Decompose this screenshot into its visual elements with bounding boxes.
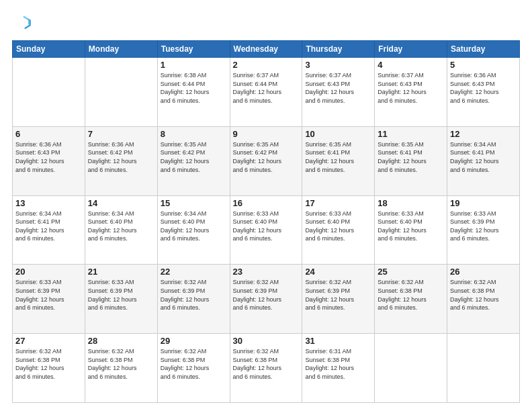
weekday-header-sunday: Sunday xyxy=(13,41,85,58)
day-info: Sunrise: 6:32 AM Sunset: 6:38 PM Dayligh… xyxy=(450,278,517,312)
day-number: 23 xyxy=(233,267,300,277)
calendar-week-2: 6Sunrise: 6:36 AM Sunset: 6:43 PM Daylig… xyxy=(13,126,520,195)
day-number: 20 xyxy=(15,267,82,277)
calendar-week-4: 20Sunrise: 6:33 AM Sunset: 6:39 PM Dayli… xyxy=(13,265,520,334)
day-info: Sunrise: 6:36 AM Sunset: 6:42 PM Dayligh… xyxy=(88,140,154,174)
day-number: 6 xyxy=(15,129,82,139)
calendar-cell: 4Sunrise: 6:37 AM Sunset: 6:43 PM Daylig… xyxy=(375,58,447,127)
calendar-cell: 1Sunrise: 6:38 AM Sunset: 6:44 PM Daylig… xyxy=(157,58,230,127)
calendar-cell: 18Sunrise: 6:33 AM Sunset: 6:40 PM Dayli… xyxy=(375,195,447,265)
day-number: 31 xyxy=(305,336,371,346)
day-info: Sunrise: 6:34 AM Sunset: 6:41 PM Dayligh… xyxy=(450,140,517,174)
day-info: Sunrise: 6:35 AM Sunset: 6:42 PM Dayligh… xyxy=(233,140,300,174)
day-number: 1 xyxy=(161,60,227,70)
calendar-cell: 8Sunrise: 6:35 AM Sunset: 6:42 PM Daylig… xyxy=(157,126,230,195)
calendar-cell: 15Sunrise: 6:34 AM Sunset: 6:40 PM Dayli… xyxy=(157,195,230,265)
calendar-cell xyxy=(447,334,520,403)
day-info: Sunrise: 6:35 AM Sunset: 6:42 PM Dayligh… xyxy=(161,140,227,174)
day-number: 29 xyxy=(161,336,227,346)
day-number: 28 xyxy=(88,336,154,346)
calendar-cell: 10Sunrise: 6:35 AM Sunset: 6:41 PM Dayli… xyxy=(302,126,375,195)
day-number: 22 xyxy=(161,267,227,277)
day-info: Sunrise: 6:31 AM Sunset: 6:38 PM Dayligh… xyxy=(305,347,371,381)
day-info: Sunrise: 6:35 AM Sunset: 6:41 PM Dayligh… xyxy=(305,140,371,174)
calendar-cell: 25Sunrise: 6:32 AM Sunset: 6:38 PM Dayli… xyxy=(375,265,447,334)
calendar-cell: 14Sunrise: 6:34 AM Sunset: 6:40 PM Dayli… xyxy=(85,195,157,265)
weekday-header-saturday: Saturday xyxy=(447,41,520,58)
day-info: Sunrise: 6:33 AM Sunset: 6:39 PM Dayligh… xyxy=(450,210,517,243)
day-info: Sunrise: 6:32 AM Sunset: 6:39 PM Dayligh… xyxy=(305,278,371,312)
calendar-week-5: 27Sunrise: 6:32 AM Sunset: 6:38 PM Dayli… xyxy=(13,334,520,403)
weekday-header-friday: Friday xyxy=(375,41,447,58)
calendar-cell: 2Sunrise: 6:37 AM Sunset: 6:44 PM Daylig… xyxy=(230,58,302,127)
calendar-cell: 26Sunrise: 6:32 AM Sunset: 6:38 PM Dayli… xyxy=(447,265,520,334)
day-info: Sunrise: 6:32 AM Sunset: 6:38 PM Dayligh… xyxy=(88,347,154,381)
calendar-cell: 17Sunrise: 6:33 AM Sunset: 6:40 PM Dayli… xyxy=(302,195,375,265)
calendar-week-3: 13Sunrise: 6:34 AM Sunset: 6:41 PM Dayli… xyxy=(13,195,520,265)
day-info: Sunrise: 6:33 AM Sunset: 6:40 PM Dayligh… xyxy=(305,210,371,243)
day-number: 9 xyxy=(233,129,300,139)
calendar-cell: 7Sunrise: 6:36 AM Sunset: 6:42 PM Daylig… xyxy=(85,126,157,195)
logo xyxy=(12,12,36,34)
day-number: 16 xyxy=(233,198,300,208)
day-info: Sunrise: 6:38 AM Sunset: 6:44 PM Dayligh… xyxy=(161,71,227,105)
day-info: Sunrise: 6:33 AM Sunset: 6:39 PM Dayligh… xyxy=(88,278,154,312)
calendar-cell: 16Sunrise: 6:33 AM Sunset: 6:40 PM Dayli… xyxy=(230,195,302,265)
weekday-header-tuesday: Tuesday xyxy=(157,41,230,58)
logo-icon xyxy=(12,12,34,34)
day-info: Sunrise: 6:36 AM Sunset: 6:43 PM Dayligh… xyxy=(15,140,82,174)
day-number: 4 xyxy=(378,60,444,70)
day-info: Sunrise: 6:33 AM Sunset: 6:39 PM Dayligh… xyxy=(15,278,82,312)
day-number: 26 xyxy=(450,267,517,277)
day-info: Sunrise: 6:37 AM Sunset: 6:43 PM Dayligh… xyxy=(305,71,371,105)
day-info: Sunrise: 6:32 AM Sunset: 6:38 PM Dayligh… xyxy=(378,278,444,312)
calendar-cell: 30Sunrise: 6:32 AM Sunset: 6:38 PM Dayli… xyxy=(230,334,302,403)
day-number: 7 xyxy=(88,129,154,139)
calendar-cell: 12Sunrise: 6:34 AM Sunset: 6:41 PM Dayli… xyxy=(447,126,520,195)
day-number: 25 xyxy=(378,267,444,277)
calendar-header-row: SundayMondayTuesdayWednesdayThursdayFrid… xyxy=(13,41,520,58)
day-number: 2 xyxy=(233,60,300,70)
day-number: 3 xyxy=(305,60,371,70)
weekday-header-thursday: Thursday xyxy=(302,41,375,58)
day-info: Sunrise: 6:35 AM Sunset: 6:41 PM Dayligh… xyxy=(378,140,444,174)
calendar-cell: 19Sunrise: 6:33 AM Sunset: 6:39 PM Dayli… xyxy=(447,195,520,265)
calendar-cell: 31Sunrise: 6:31 AM Sunset: 6:38 PM Dayli… xyxy=(302,334,375,403)
day-info: Sunrise: 6:33 AM Sunset: 6:40 PM Dayligh… xyxy=(378,210,444,243)
day-info: Sunrise: 6:32 AM Sunset: 6:38 PM Dayligh… xyxy=(161,347,227,381)
day-number: 24 xyxy=(305,267,371,277)
day-number: 17 xyxy=(305,198,371,208)
calendar-cell: 11Sunrise: 6:35 AM Sunset: 6:41 PM Dayli… xyxy=(375,126,447,195)
calendar-cell: 24Sunrise: 6:32 AM Sunset: 6:39 PM Dayli… xyxy=(302,265,375,334)
day-info: Sunrise: 6:33 AM Sunset: 6:40 PM Dayligh… xyxy=(233,210,300,243)
day-info: Sunrise: 6:32 AM Sunset: 6:38 PM Dayligh… xyxy=(233,347,300,381)
day-number: 5 xyxy=(450,60,517,70)
calendar-cell: 29Sunrise: 6:32 AM Sunset: 6:38 PM Dayli… xyxy=(157,334,230,403)
weekday-header-monday: Monday xyxy=(85,41,157,58)
calendar-cell: 21Sunrise: 6:33 AM Sunset: 6:39 PM Dayli… xyxy=(85,265,157,334)
day-info: Sunrise: 6:34 AM Sunset: 6:40 PM Dayligh… xyxy=(88,210,154,243)
page: SundayMondayTuesdayWednesdayThursdayFrid… xyxy=(0,0,532,411)
calendar-cell: 20Sunrise: 6:33 AM Sunset: 6:39 PM Dayli… xyxy=(13,265,85,334)
calendar-cell xyxy=(13,58,85,127)
calendar-cell xyxy=(375,334,447,403)
day-number: 19 xyxy=(450,198,517,208)
day-number: 30 xyxy=(233,336,300,346)
weekday-header-wednesday: Wednesday xyxy=(230,41,302,58)
day-number: 11 xyxy=(378,129,444,139)
day-number: 21 xyxy=(88,267,154,277)
calendar-cell: 27Sunrise: 6:32 AM Sunset: 6:38 PM Dayli… xyxy=(13,334,85,403)
day-info: Sunrise: 6:32 AM Sunset: 6:39 PM Dayligh… xyxy=(161,278,227,312)
calendar-table: SundayMondayTuesdayWednesdayThursdayFrid… xyxy=(12,40,520,403)
day-info: Sunrise: 6:36 AM Sunset: 6:43 PM Dayligh… xyxy=(450,71,517,105)
day-info: Sunrise: 6:37 AM Sunset: 6:43 PM Dayligh… xyxy=(378,71,444,105)
calendar-cell: 23Sunrise: 6:32 AM Sunset: 6:39 PM Dayli… xyxy=(230,265,302,334)
day-number: 15 xyxy=(161,198,227,208)
calendar-cell: 28Sunrise: 6:32 AM Sunset: 6:38 PM Dayli… xyxy=(85,334,157,403)
day-number: 8 xyxy=(161,129,227,139)
day-number: 14 xyxy=(88,198,154,208)
day-number: 27 xyxy=(15,336,82,346)
calendar-cell: 9Sunrise: 6:35 AM Sunset: 6:42 PM Daylig… xyxy=(230,126,302,195)
calendar-cell: 5Sunrise: 6:36 AM Sunset: 6:43 PM Daylig… xyxy=(447,58,520,127)
day-info: Sunrise: 6:32 AM Sunset: 6:38 PM Dayligh… xyxy=(15,347,82,381)
